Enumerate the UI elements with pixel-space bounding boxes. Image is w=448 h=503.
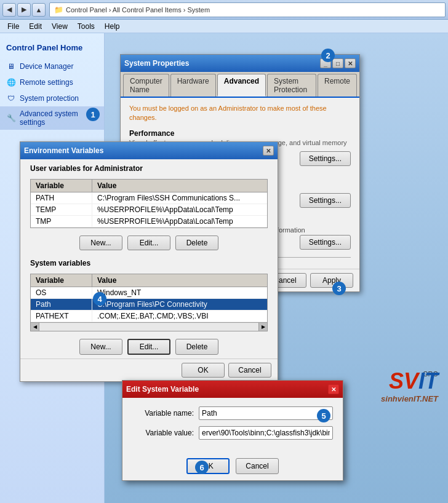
tab-advanced[interactable]: Advanced [217, 74, 266, 97]
remote-settings-icon: 🌐 [6, 77, 16, 87]
var-value-input[interactable] [199, 426, 333, 440]
edit-dialog-title: Edit System Variable [126, 385, 199, 394]
env-vars-titlebar: Environment Variables ✕ [20, 142, 278, 159]
user-new-button[interactable]: New... [79, 236, 122, 250]
sys-vars-table: Variable Value OS Windows_NT Path C:\Pro… [30, 274, 268, 331]
user-vars-title: User variables for Administrator [20, 159, 278, 175]
step-2-badge: 2 [321, 49, 335, 62]
table-row[interactable]: OS Windows_NT [31, 287, 267, 299]
edit-close-button[interactable]: ✕ [328, 384, 339, 394]
user-profiles-settings-button[interactable]: Settings... [300, 193, 351, 208]
sidebar-item-remote-settings[interactable]: 🌐 Remote settings [0, 74, 104, 90]
sidebar-item-system-protection[interactable]: 🛡 System protection [0, 90, 104, 106]
sys-col-variable: Variable [31, 274, 92, 287]
sys-table-header: Variable Value [31, 274, 267, 287]
sys-row-0-var: OS [31, 287, 92, 298]
close-button[interactable]: ✕ [345, 58, 356, 68]
var-value-row: Variable value: [132, 426, 333, 440]
user-row-1-val: %USERPROFILE%\AppData\Local\Temp [92, 204, 267, 215]
env-window-controls[interactable]: ✕ [263, 146, 274, 156]
table-row[interactable]: TMP %USERPROFILE%\AppData\Local\Temp [31, 216, 267, 228]
user-vars-table: Variable Value PATH C:\Program Files\SSH… [30, 179, 268, 228]
maximize-button[interactable]: □ [332, 58, 343, 68]
var-name-input[interactable] [199, 406, 333, 420]
user-row-2-var: TMP [31, 216, 92, 227]
sys-table-scroll: Variable Value OS Windows_NT Path C:\Pro… [31, 274, 267, 322]
sys-row-1-var: Path [31, 299, 92, 310]
sys-edit-button[interactable]: Edit... [127, 339, 170, 355]
forward-button[interactable]: ▶ [17, 3, 31, 17]
user-delete-button[interactable]: Delete [175, 236, 218, 250]
system-props-title: System Properties [124, 59, 189, 68]
step-6-badge: 6 [195, 461, 209, 474]
tab-remote[interactable]: Remote [318, 74, 357, 97]
menu-edit[interactable]: Edit [24, 21, 47, 32]
step-5-badge: 5 [317, 409, 330, 422]
var-value-label: Variable value: [132, 429, 194, 437]
step-4-badge: 4 [93, 292, 106, 306]
logo: SVIT [389, 370, 438, 392]
menu-help[interactable]: Help [100, 21, 125, 32]
sys-row-1-val: C:\Program Files\PC Connectivity [92, 299, 267, 310]
step-1-badge: 1 [86, 108, 100, 121]
env-ok-button[interactable]: OK [182, 363, 225, 378]
user-edit-button[interactable]: Edit... [127, 236, 170, 250]
sys-delete-button[interactable]: Delete [175, 339, 218, 355]
sidebar-label-system-protection: System protection [20, 94, 79, 103]
env-close-button[interactable]: ✕ [263, 146, 274, 156]
environment-variables-window: Environment Variables ✕ User variables f… [20, 141, 278, 382]
performance-settings-button[interactable]: Settings... [300, 151, 351, 166]
admin-notice: You must be logged on as an Administrato… [129, 104, 351, 123]
menu-view[interactable]: View [47, 21, 73, 32]
apply-button[interactable]: Apply [310, 273, 353, 288]
system-props-tabs: Computer Name Hardware Advanced System P… [121, 72, 359, 98]
system-protection-icon: 🛡 [6, 93, 16, 103]
back-button[interactable]: ◀ [2, 3, 16, 17]
tab-hardware[interactable]: Hardware [170, 74, 216, 97]
device-manager-icon: 🖥 [6, 61, 16, 71]
edit-dialog-titlebar: Edit System Variable ✕ [122, 381, 343, 398]
user-row-1-var: TEMP [31, 204, 92, 215]
tab-computer-name[interactable]: Computer Name [123, 74, 169, 97]
startup-settings-button[interactable]: Settings... [300, 235, 351, 250]
edit-form: Variable name: 5 Variable value: [122, 398, 343, 454]
user-col-value: Value [92, 180, 267, 192]
sys-col-value: Value [92, 274, 267, 287]
tab-system-protection[interactable]: System Protection [267, 74, 316, 97]
sidebar-item-device-manager[interactable]: 🖥 Device Manager [0, 58, 104, 74]
edit-cancel-button[interactable]: Cancel [236, 458, 279, 474]
user-vars-buttons: New... Edit... Delete [20, 232, 278, 254]
table-row-path[interactable]: Path C:\Program Files\PC Connectivity [31, 299, 267, 311]
sys-new-button[interactable]: New... [79, 339, 122, 355]
sys-vars-buttons: New... Edit... Delete [20, 335, 278, 358]
up-button[interactable]: ▲ [32, 3, 46, 17]
env-cancel-button[interactable]: Cancel [228, 363, 271, 378]
step-3-badge: 3 [332, 282, 346, 295]
edit-dialog-controls[interactable]: ✕ [328, 384, 339, 394]
edit-system-variable-dialog: Edit System Variable ✕ Variable name: 5 … [122, 380, 343, 481]
user-row-0-val: C:\Program Files\SSH Communications S... [92, 192, 267, 204]
left-panel-title: Control Panel Home [0, 39, 104, 58]
env-vars-title: Environment Variables [24, 146, 103, 155]
user-table-header: Variable Value [31, 180, 267, 192]
user-row-0-var: PATH [31, 192, 92, 204]
sys-vars-title: System variables [20, 254, 278, 270]
sys-row-2-var: PATHEXT [31, 311, 92, 322]
table-row[interactable]: TEMP %USERPROFILE%\AppData\Local\Temp [31, 204, 267, 216]
nav-buttons[interactable]: ◀ ▶ ▲ [2, 3, 46, 17]
h-scrollbar[interactable]: ◀ ▶ [31, 322, 267, 331]
address-bar[interactable]: 📁 Control Panel › All Control Panel Item… [49, 2, 446, 17]
edit-dialog-footer: OK Cancel [122, 454, 343, 480]
performance-title: Performance [129, 129, 351, 138]
table-row[interactable]: PATHEXT .COM;.EXE;.BAT;.CMD;.VBS;.VBI [31, 311, 267, 322]
menu-bar: File Edit View Tools Help [0, 20, 448, 33]
sys-row-0-val: Windows_NT [92, 287, 267, 298]
menu-file[interactable]: File [2, 21, 24, 32]
sidebar-label-device-manager: Device Manager [20, 62, 73, 71]
site-watermark: sinhvienIT.NET [381, 394, 438, 403]
menu-tools[interactable]: Tools [73, 21, 100, 32]
sidebar-label-remote-settings: Remote settings [20, 78, 73, 87]
env-vars-footer: OK Cancel [20, 358, 278, 381]
address-text: Control Panel › All Control Panel Items … [66, 6, 210, 14]
table-row[interactable]: PATH C:\Program Files\SSH Communications… [31, 192, 267, 204]
